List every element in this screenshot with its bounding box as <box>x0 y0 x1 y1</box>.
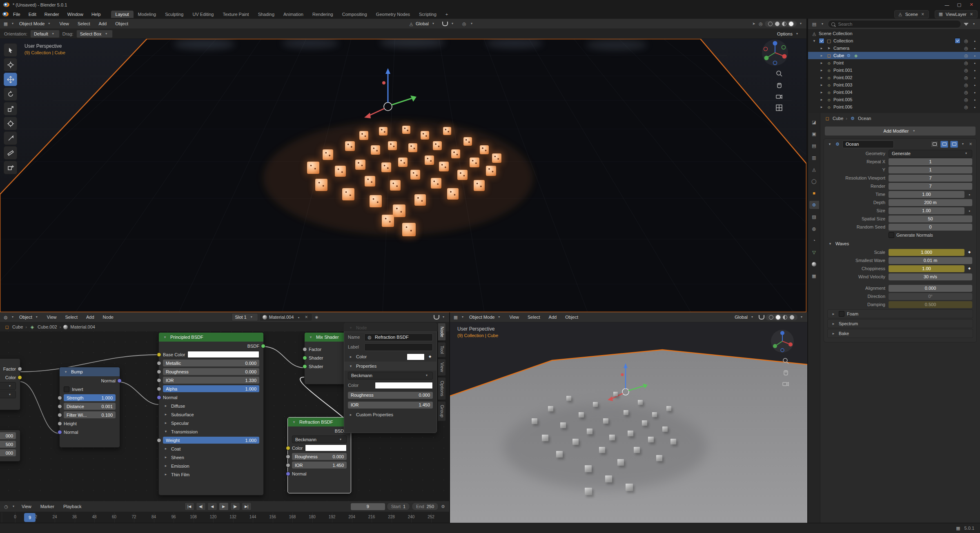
collapse-icon[interactable] <box>63 369 69 375</box>
depth-field[interactable]: 200 m <box>889 199 972 206</box>
viewport-3d-main[interactable]: Object Mode View Select Add Object Globa… <box>0 19 806 312</box>
refraction-roughness-slider[interactable]: Roughness0.000 <box>292 453 347 460</box>
render-visibility-icon[interactable] <box>972 75 978 80</box>
menu-edit[interactable]: Edit <box>25 11 40 18</box>
section-sheen[interactable]: Sheen <box>159 453 263 462</box>
proportional-edit-dropdown[interactable] <box>459 20 477 27</box>
workspace-tab-scripting[interactable]: Scripting <box>414 11 441 18</box>
viewlayer-remove-icon[interactable] <box>969 11 974 17</box>
tool-cursor[interactable] <box>4 58 17 71</box>
metallic-slider[interactable]: Metallic0.000 <box>163 360 259 366</box>
timeline-editor[interactable]: View Marker Playback |◀ ◀| ◀ ▶ |▶ ▶| 9 S… <box>0 501 449 523</box>
outliner-row-point-005[interactable]: Point.005 <box>808 96 980 103</box>
options-dropdown[interactable]: Options <box>775 30 802 38</box>
refraction-node-header[interactable]: Refraction BSDF <box>288 418 351 426</box>
editor-type-icon[interactable] <box>3 504 9 509</box>
menu-marker[interactable]: Marker <box>37 503 58 510</box>
size-field[interactable]: 1.00 <box>889 207 964 214</box>
tab-physics[interactable]: ◍ <box>809 224 819 233</box>
foam-section[interactable]: Foam <box>827 309 973 318</box>
tab-particles[interactable]: ▨ <box>809 213 819 221</box>
tab-render[interactable]: ▣ <box>809 130 819 138</box>
outliner-row-camera[interactable]: Camera <box>808 44 980 52</box>
edit-mode-toggle[interactable] <box>931 141 938 148</box>
maximize-button[interactable]: ▢ <box>954 1 964 9</box>
workspace-tab-shading[interactable]: Shading <box>254 11 279 18</box>
render-visibility-icon[interactable] <box>972 67 978 73</box>
tab-constraints[interactable]: ◔ <box>809 236 819 244</box>
tab-texture[interactable]: ▦ <box>809 272 819 280</box>
strength-slider[interactable]: Strength1.000 <box>64 394 116 401</box>
orientation-value-dropdown[interactable]: Default <box>30 30 60 38</box>
next-keyframe-button[interactable]: |▶ <box>230 502 240 511</box>
navigation-gizmo[interactable] <box>761 38 789 67</box>
menu-node[interactable]: Node <box>99 314 117 320</box>
menu-window[interactable]: Window <box>64 11 87 18</box>
magnet-icon[interactable] <box>759 315 764 320</box>
menu-add[interactable]: Add <box>95 20 111 27</box>
animate-dot-icon[interactable] <box>967 191 972 197</box>
wind-velocity-field[interactable]: 30 m/s <box>889 273 972 280</box>
material-selector[interactable]: Material.004 <box>259 313 313 321</box>
choppiness-slider[interactable]: 1.00 <box>889 265 964 272</box>
render-visibility-icon[interactable] <box>972 53 978 58</box>
outliner-row-scene-collection[interactable]: Scene Collection <box>808 30 980 37</box>
section-transmission[interactable]: Transmission <box>159 427 263 436</box>
spectrum-section[interactable]: Spectrum <box>827 319 973 328</box>
close-button[interactable]: ✕ <box>966 1 977 9</box>
roughness-slider[interactable]: Roughness0.000 <box>163 368 259 375</box>
snapping-magnet-icon[interactable] <box>434 315 439 320</box>
tab-object[interactable]: ■ <box>809 189 819 197</box>
tool-transform[interactable] <box>4 117 17 130</box>
start-frame-field[interactable]: Start1 <box>387 502 410 511</box>
menu-view[interactable]: View <box>18 503 35 510</box>
hide-eye-icon[interactable] <box>963 45 969 51</box>
menu-select[interactable]: Select <box>524 314 544 320</box>
keyframe-icon[interactable] <box>427 354 433 360</box>
filter-width-slider[interactable]: Filter Wi...0.100 <box>64 411 116 418</box>
keyframe-icon[interactable] <box>967 266 972 271</box>
alignment-field[interactable]: 0.000 <box>889 285 972 292</box>
sidebar-tab-tool[interactable]: Tool <box>438 342 446 358</box>
editor-type-caret-icon[interactable] <box>10 314 16 320</box>
menu-add[interactable]: Add <box>545 314 561 320</box>
collapse-icon[interactable] <box>308 334 314 340</box>
current-frame-field[interactable]: 9 <box>351 503 385 510</box>
toggle-grid-icon[interactable] <box>775 104 783 111</box>
workspace-tab-rendering[interactable]: Rendering <box>308 11 338 18</box>
shading-rendered-icon[interactable] <box>789 22 793 26</box>
drag-value-dropdown[interactable]: Select Box <box>76 30 113 38</box>
blender-menu-icon[interactable] <box>2 12 9 16</box>
refraction-ior-slider[interactable]: IOR1.450 <box>292 462 347 469</box>
overlays-caret-icon[interactable] <box>441 314 446 320</box>
unlink-material-icon[interactable] <box>303 314 309 320</box>
tool-annotate[interactable] <box>4 131 17 145</box>
outliner-row-point-004[interactable]: Point.004 <box>808 89 980 96</box>
add-workspace-button[interactable]: + <box>441 11 452 18</box>
base-color-swatch[interactable] <box>187 351 259 358</box>
shading-solid-icon[interactable] <box>775 22 780 26</box>
hide-eye-icon[interactable] <box>963 97 969 102</box>
filter-caret-icon[interactable] <box>971 21 977 27</box>
exclude-checkbox[interactable] <box>955 38 960 44</box>
remove-modifier-icon[interactable] <box>968 141 973 147</box>
waves-section-header[interactable]: Waves <box>824 239 976 248</box>
breadcrumb-object[interactable]: Cube <box>833 116 843 121</box>
filter-icon[interactable] <box>964 23 969 26</box>
tab-view-layer[interactable]: ▥ <box>809 153 819 162</box>
realtime-toggle[interactable] <box>940 141 948 148</box>
expander-icon[interactable] <box>819 45 824 51</box>
node-bump[interactable]: Bump Normal Invert Strength1.000 Distanc… <box>59 367 120 448</box>
timeline-ruler[interactable]: 0122436486072849610812013214415616818019… <box>0 512 449 523</box>
zoom-icon[interactable] <box>782 357 789 364</box>
workspace-tab-sculpting[interactable]: Sculpting <box>160 11 188 18</box>
tool-move[interactable] <box>4 73 17 86</box>
breadcrumb-modifier[interactable]: Ocean <box>858 116 871 121</box>
editor-type-caret-icon[interactable] <box>460 314 466 320</box>
editor-type-icon[interactable] <box>453 314 459 320</box>
render-visibility-icon[interactable] <box>972 45 978 51</box>
ior-slider[interactable]: IOR1.330 <box>163 377 259 384</box>
node-color-swatch[interactable] <box>407 353 425 360</box>
sidebar-tab-node[interactable]: Node <box>438 323 446 341</box>
menu-render[interactable]: Render <box>41 11 63 18</box>
